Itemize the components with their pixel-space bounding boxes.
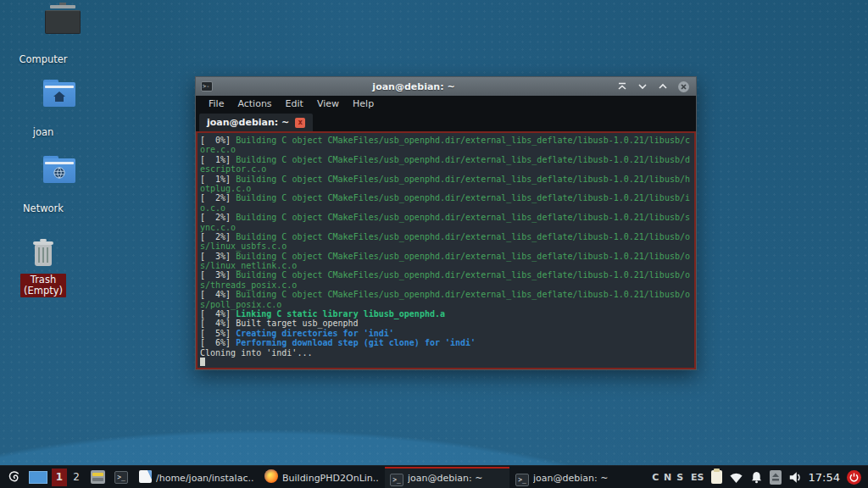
desktop: Computer joan Network — [0, 0, 868, 488]
network-wifi-icon[interactable] — [729, 471, 743, 484]
terminal-line: [ 2%] Building C object CMakeFiles/usb_o… — [200, 232, 692, 241]
tab-close-icon[interactable]: x — [295, 118, 305, 128]
menu-item-view[interactable]: View — [311, 97, 345, 111]
firefox-icon — [264, 469, 278, 486]
menu-item-file[interactable]: File — [203, 97, 230, 111]
tab-label: joan@debian: ~ — [207, 117, 289, 128]
taskbar: 12 >_ /home/joan/instalac...BuildingPHD2… — [0, 465, 868, 488]
desktop-icon-label: Network — [19, 202, 67, 215]
keyboard-layout-indicator[interactable]: ES — [691, 472, 704, 483]
terminal-line: [ 3%] Building C object CMakeFiles/usb_o… — [200, 252, 692, 261]
terminal-line: [ 2%] Building C object CMakeFiles/usb_o… — [200, 193, 692, 202]
taskbar-window-button[interactable]: /home/joan/instalac... — [134, 467, 259, 488]
text-editor-icon — [139, 470, 152, 486]
desktop-icon-computer[interactable]: Computer — [7, 10, 80, 66]
terminal-line: [ 2%] Building C object CMakeFiles/usb_o… — [200, 213, 692, 222]
clock[interactable]: 17:54 — [809, 471, 840, 484]
terminal-line: s/poll_posix.c.o — [200, 300, 692, 309]
terminal-line: otplug.c.o — [200, 184, 692, 193]
terminal-line: [ 0%] Building C object CMakeFiles/usb_o… — [200, 136, 692, 145]
trash-icon — [29, 237, 58, 271]
clipboard-manager-icon[interactable] — [711, 470, 722, 484]
maximize-button[interactable] — [655, 80, 670, 93]
desktop-icon-trash[interactable]: Trash(Empty) — [7, 237, 80, 297]
workspace-pager[interactable] — [27, 467, 49, 488]
workspace-button-1[interactable]: 1 — [52, 469, 67, 486]
taskbar-windows: /home/joan/instalac...BuildingPHD2OnLin.… — [134, 467, 636, 488]
pager-desktop-thumbnail — [29, 471, 47, 484]
menu-item-help[interactable]: Help — [347, 97, 380, 111]
system-tray: C N S ES 17:54 — [652, 470, 865, 485]
keyboard-indicator-leds: C N S — [652, 472, 684, 483]
terminal-line: [ 5%] Creating directories for 'indi' — [200, 329, 692, 338]
debian-swirl-icon — [6, 469, 23, 485]
terminal-line: ore.c.o — [200, 145, 692, 154]
desktop-icon-label: Computer — [15, 53, 70, 66]
removable-media-eject-icon[interactable] — [770, 470, 782, 485]
terminal-icon: >_ — [390, 469, 403, 486]
taskbar-window-button[interactable]: BuildingPHD2OnLin... — [259, 467, 384, 488]
terminal-tab[interactable]: joan@debian: ~ x — [199, 114, 313, 131]
terminal-line: [ 1%] Building C object CMakeFiles/usb_o… — [200, 155, 692, 164]
terminal-icon: >_ — [515, 469, 529, 486]
terminal-line: Cloning into 'indi'... — [200, 348, 692, 358]
terminal-viewport[interactable]: [ 0%] Building C object CMakeFiles/usb_o… — [196, 131, 696, 369]
notifications-bell-icon[interactable] — [750, 471, 763, 484]
terminal-line: s/linux_usbfs.c.o — [200, 241, 692, 251]
desktop-icon-label: joan — [30, 126, 58, 139]
terminal-icon: >_ — [114, 471, 128, 484]
terminal-line: s/linux_netlink.c.o — [200, 261, 692, 270]
shade-button[interactable] — [615, 80, 630, 93]
desktop-icon-home[interactable]: joan — [7, 83, 80, 139]
terminal-cursor-line — [200, 358, 692, 367]
terminal-launcher[interactable]: >_ — [110, 467, 132, 488]
menu-item-edit[interactable]: Edit — [280, 97, 309, 111]
terminal-line: escriptor.c.o — [200, 164, 692, 174]
terminal-line: ync.c.o — [200, 223, 692, 232]
taskbar-window-label: BuildingPHD2OnLin... — [282, 473, 379, 484]
terminal-line: o.c.o — [200, 203, 692, 213]
terminal-window: >- joan@debian: ~ FileActionsEditViewHel… — [195, 76, 697, 370]
terminal-line: s/threads_posix.c.o — [200, 280, 692, 290]
terminal-line: [ 3%] Building C object CMakeFiles/usb_o… — [200, 270, 692, 280]
taskbar-window-label: joan@debian: ~ — [533, 473, 608, 484]
taskbar-window-label: joan@debian: ~ — [408, 473, 482, 484]
volume-speaker-icon[interactable] — [788, 471, 802, 484]
terminal-line: [ 4%] Linking C static library libusb_op… — [200, 309, 692, 319]
menu-bar: FileActionsEditViewHelp — [196, 96, 696, 112]
power-button[interactable] — [847, 470, 861, 485]
terminal-line: [ 1%] Building C object CMakeFiles/usb_o… — [200, 175, 692, 184]
terminal-line: [ 4%] Building C object CMakeFiles/usb_o… — [200, 290, 692, 299]
close-button[interactable] — [676, 80, 691, 93]
minimize-button[interactable] — [635, 80, 650, 93]
desktop-icon-network[interactable]: Network — [7, 159, 80, 215]
tab-bar: joan@debian: ~ x — [196, 112, 696, 131]
terminal-cursor — [200, 358, 205, 366]
terminal-output: [ 0%] Building C object CMakeFiles/usb_o… — [198, 133, 694, 369]
terminal-line: [ 6%] Performing download step (git clon… — [200, 338, 692, 347]
taskbar-window-button[interactable]: >_joan@debian: ~ — [385, 467, 509, 488]
file-manager-launcher[interactable] — [86, 467, 108, 488]
file-manager-icon — [91, 470, 105, 484]
workspace-button-2[interactable]: 2 — [69, 469, 84, 486]
window-titlebar[interactable]: >- joan@debian: ~ — [196, 77, 696, 96]
taskbar-window-label: /home/joan/instalac... — [156, 473, 253, 484]
menu-item-actions[interactable]: Actions — [231, 97, 277, 111]
desktop-icon-label: Trash(Empty) — [20, 274, 66, 297]
window-title: joan@debian: ~ — [218, 81, 609, 92]
applications-menu-button[interactable] — [3, 467, 25, 488]
window-terminal-icon: >- — [201, 81, 213, 92]
workspace-switcher: 12 — [51, 469, 85, 486]
taskbar-window-button[interactable]: >_joan@debian: ~ — [510, 467, 635, 488]
terminal-line: [ 4%] Built target usb_openphd — [200, 319, 692, 328]
